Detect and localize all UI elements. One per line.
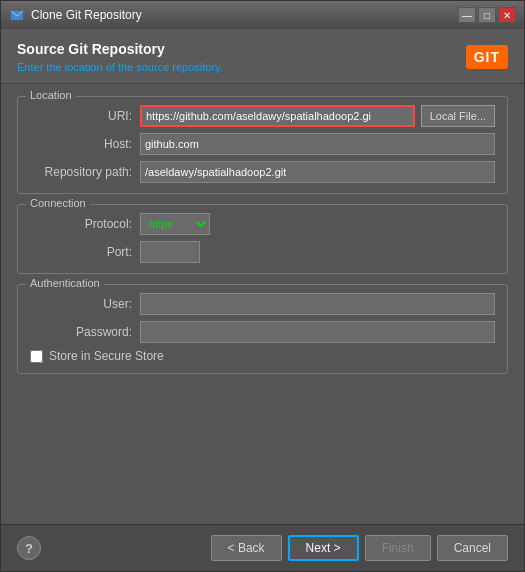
user-label: User: [30,297,140,311]
secure-store-label: Store in Secure Store [49,349,164,363]
user-input[interactable] [140,293,495,315]
secure-store-row: Store in Secure Store [30,349,495,363]
port-label: Port: [30,245,140,259]
uri-row: URI: Local File... [30,105,495,127]
secure-store-checkbox[interactable] [30,350,43,363]
protocol-row: Protocol: https http git ssh [30,213,495,235]
host-row: Host: [30,133,495,155]
repo-path-input[interactable] [140,161,495,183]
help-button[interactable]: ? [17,536,41,560]
header-section: Source Git Repository Enter the location… [1,29,524,84]
repo-path-row: Repository path: [30,161,495,183]
close-button[interactable]: ✕ [498,7,516,23]
password-label: Password: [30,325,140,339]
location-group: Location URI: Local File... Host: Reposi… [17,96,508,194]
user-row: User: [30,293,495,315]
window-icon [9,7,25,23]
password-input[interactable] [140,321,495,343]
connection-group: Connection Protocol: https http git ssh … [17,204,508,274]
uri-input[interactable] [140,105,415,127]
git-logo: GIT [466,45,508,69]
cancel-button[interactable]: Cancel [437,535,508,561]
uri-label: URI: [30,109,140,123]
header-title: Source Git Repository [17,41,223,57]
connection-legend: Connection [26,197,90,209]
header-subtitle: Enter the location of the source reposit… [17,61,223,73]
window-title: Clone Git Repository [31,8,458,22]
content-area: Location URI: Local File... Host: Reposi… [1,84,524,524]
protocol-select[interactable]: https http git ssh [140,213,210,235]
main-window: Clone Git Repository — □ ✕ Source Git Re… [0,0,525,572]
window-controls: — □ ✕ [458,7,516,23]
next-button[interactable]: Next > [288,535,359,561]
finish-button[interactable]: Finish [365,535,431,561]
title-bar: Clone Git Repository — □ ✕ [1,1,524,29]
back-button[interactable]: < Back [211,535,282,561]
port-input[interactable] [140,241,200,263]
maximize-button[interactable]: □ [478,7,496,23]
host-input[interactable] [140,133,495,155]
header-text: Source Git Repository Enter the location… [17,41,223,73]
repo-path-label: Repository path: [30,165,140,179]
footer: ? < Back Next > Finish Cancel [1,524,524,571]
password-row: Password: [30,321,495,343]
footer-buttons: < Back Next > Finish Cancel [211,535,508,561]
authentication-group: Authentication User: Password: Store in … [17,284,508,374]
minimize-button[interactable]: — [458,7,476,23]
location-legend: Location [26,89,76,101]
protocol-label: Protocol: [30,217,140,231]
host-label: Host: [30,137,140,151]
local-file-button[interactable]: Local File... [421,105,495,127]
port-row: Port: [30,241,495,263]
authentication-legend: Authentication [26,277,104,289]
